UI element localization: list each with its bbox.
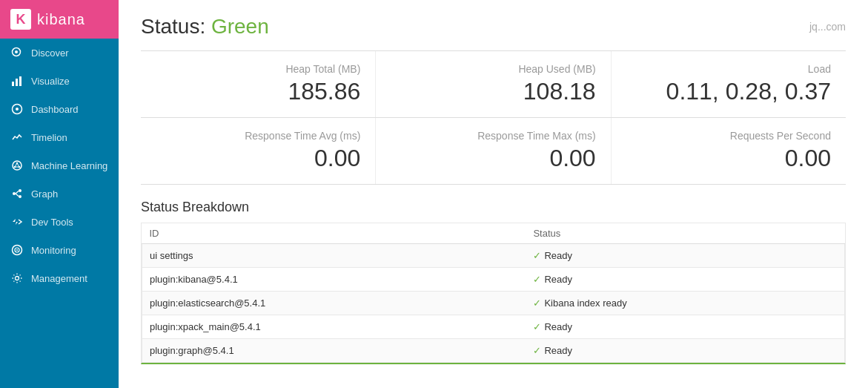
sidebar-item-timelion[interactable]: Timelion bbox=[0, 123, 119, 151]
metric-heap-used-value: 108.18 bbox=[391, 78, 595, 105]
check-icon: ✓ bbox=[533, 297, 541, 309]
metric-requests-value: 0.00 bbox=[626, 145, 831, 172]
metric-response-max-value: 0.00 bbox=[391, 145, 595, 172]
sidebar-item-discover[interactable]: Discover bbox=[0, 39, 119, 67]
metric-load: Load 0.11, 0.28, 0.37 bbox=[612, 51, 846, 117]
metrics-row-2: Response Time Avg (ms) 0.00 Response Tim… bbox=[141, 118, 846, 184]
svg-point-21 bbox=[16, 249, 18, 251]
metric-requests-label: Requests Per Second bbox=[626, 130, 831, 142]
col-status: Status bbox=[526, 223, 844, 244]
row-status: ✓Ready bbox=[526, 244, 844, 268]
metric-load-label: Load bbox=[626, 63, 831, 75]
metrics-row-1: Heap Total (MB) 185.86 Heap Used (MB) 10… bbox=[141, 51, 846, 118]
breakdown-header-row: ID Status bbox=[142, 223, 845, 244]
dev-tools-icon bbox=[10, 215, 24, 228]
svg-line-17 bbox=[16, 191, 19, 194]
status-title: Status: Green bbox=[141, 15, 269, 39]
sidebar: K kibana Discover Visualize bbox=[0, 0, 119, 388]
visualize-icon bbox=[10, 74, 24, 88]
sidebar-item-dev-tools[interactable]: Dev Tools bbox=[0, 208, 119, 236]
metric-response-avg-label: Response Time Avg (ms) bbox=[156, 130, 360, 142]
row-id: plugin:graph@5.4.1 bbox=[142, 339, 526, 363]
sidebar-item-machine-learning[interactable]: Machine Learning bbox=[0, 151, 119, 180]
svg-line-18 bbox=[16, 194, 19, 197]
metrics-section: Heap Total (MB) 185.86 Heap Used (MB) 10… bbox=[141, 50, 846, 185]
sidebar-item-label-discover: Discover bbox=[31, 47, 69, 59]
row-status: ✓Ready bbox=[526, 315, 844, 339]
dashboard-icon bbox=[10, 102, 24, 116]
metric-response-avg-value: 0.00 bbox=[156, 145, 360, 172]
row-status: ✓Kibana index ready bbox=[526, 292, 844, 315]
graph-icon bbox=[10, 187, 24, 200]
logo[interactable]: K kibana bbox=[0, 0, 119, 39]
timelion-icon bbox=[10, 131, 24, 144]
sidebar-item-monitoring[interactable]: Monitoring bbox=[0, 236, 119, 264]
svg-rect-2 bbox=[12, 82, 14, 86]
svg-point-16 bbox=[19, 195, 21, 198]
metric-heap-used-label: Heap Used (MB) bbox=[391, 63, 595, 75]
row-id: plugin:kibana@5.4.1 bbox=[142, 268, 526, 292]
sidebar-item-label-dashboard: Dashboard bbox=[31, 104, 79, 115]
table-row: plugin:xpack_main@5.4.1✓Ready bbox=[142, 315, 845, 339]
breakdown-title: Status Breakdown bbox=[141, 200, 846, 215]
breakdown-table-wrap: ID Status ui settings✓Readyplugin:kibana… bbox=[141, 223, 846, 364]
sidebar-item-visualize[interactable]: Visualize bbox=[0, 67, 119, 95]
header-row: Status: Green jq...com bbox=[141, 15, 846, 39]
row-status: ✓Ready bbox=[526, 268, 844, 292]
sidebar-item-management[interactable]: Management bbox=[0, 264, 119, 292]
svg-point-1 bbox=[15, 50, 18, 53]
logo-icon: K bbox=[10, 9, 31, 30]
sidebar-item-label-graph: Graph bbox=[31, 188, 58, 200]
table-row: plugin:elasticsearch@5.4.1✓Kibana index … bbox=[142, 292, 845, 315]
col-id: ID bbox=[142, 223, 526, 244]
discover-icon bbox=[10, 46, 24, 59]
breakdown-table: ID Status ui settings✓Readyplugin:kibana… bbox=[142, 223, 845, 363]
status-label: Status: bbox=[141, 15, 211, 38]
machine-learning-icon bbox=[10, 159, 24, 172]
metric-heap-total-value: 185.86 bbox=[156, 78, 360, 105]
logo-text: kibana bbox=[37, 11, 85, 28]
breakdown-section: Status Breakdown ID Status ui settings✓R… bbox=[141, 200, 846, 364]
metric-heap-used: Heap Used (MB) 108.18 bbox=[376, 51, 611, 117]
monitoring-icon bbox=[10, 243, 24, 257]
svg-point-22 bbox=[16, 277, 19, 280]
check-icon: ✓ bbox=[533, 345, 541, 356]
svg-point-6 bbox=[16, 108, 19, 111]
svg-rect-3 bbox=[16, 79, 18, 86]
svg-point-15 bbox=[19, 189, 21, 192]
management-icon bbox=[10, 272, 24, 285]
sidebar-item-label-management: Management bbox=[31, 273, 87, 284]
row-status: ✓Ready bbox=[526, 339, 844, 363]
status-value: Green bbox=[211, 15, 269, 38]
svg-line-11 bbox=[15, 163, 17, 167]
table-row: ui settings✓Ready bbox=[142, 244, 845, 268]
sidebar-item-dashboard[interactable]: Dashboard bbox=[0, 95, 119, 123]
sidebar-item-label-machine-learning: Machine Learning bbox=[31, 160, 107, 171]
user-info: jq...com bbox=[809, 21, 846, 33]
metric-response-avg: Response Time Avg (ms) 0.00 bbox=[141, 118, 376, 184]
metric-response-max: Response Time Max (ms) 0.00 bbox=[376, 118, 611, 184]
table-row: plugin:graph@5.4.1✓Ready bbox=[142, 339, 845, 363]
check-icon: ✓ bbox=[533, 274, 541, 285]
table-row: plugin:kibana@5.4.1✓Ready bbox=[142, 268, 845, 292]
sidebar-item-label-timelion: Timelion bbox=[31, 132, 67, 143]
check-icon: ✓ bbox=[533, 250, 541, 261]
svg-point-14 bbox=[13, 192, 16, 195]
check-icon: ✓ bbox=[533, 321, 541, 332]
sidebar-item-label-visualize: Visualize bbox=[31, 76, 70, 87]
metric-response-max-label: Response Time Max (ms) bbox=[391, 130, 595, 142]
metric-requests-per-second: Requests Per Second 0.00 bbox=[612, 118, 846, 184]
svg-line-12 bbox=[17, 163, 19, 167]
row-id: plugin:xpack_main@5.4.1 bbox=[142, 315, 526, 339]
metric-heap-total-label: Heap Total (MB) bbox=[156, 63, 360, 75]
metric-heap-total: Heap Total (MB) 185.86 bbox=[141, 51, 376, 117]
sidebar-item-label-dev-tools: Dev Tools bbox=[31, 217, 73, 228]
sidebar-item-label-monitoring: Monitoring bbox=[31, 245, 76, 256]
sidebar-item-graph[interactable]: Graph bbox=[0, 180, 119, 208]
row-id: ui settings bbox=[142, 244, 526, 268]
svg-rect-4 bbox=[19, 76, 21, 86]
main-content: Status: Green jq...com Heap Total (MB) 1… bbox=[119, 0, 868, 388]
metric-load-value: 0.11, 0.28, 0.37 bbox=[626, 78, 831, 105]
row-id: plugin:elasticsearch@5.4.1 bbox=[142, 292, 526, 315]
